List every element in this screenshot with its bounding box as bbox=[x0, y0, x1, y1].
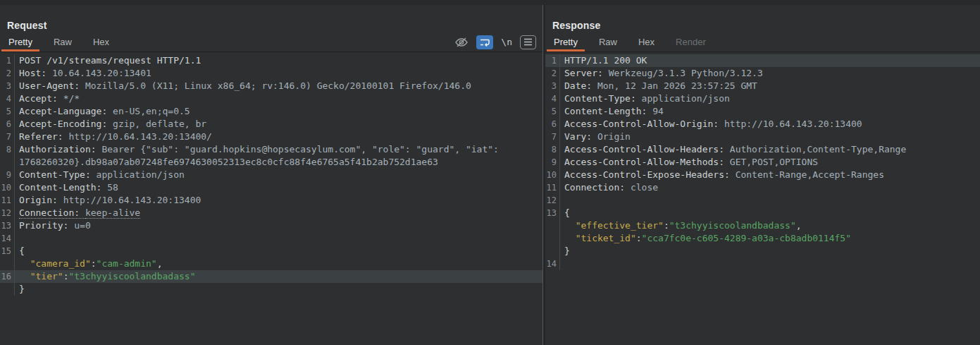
line-number: 5 bbox=[545, 105, 560, 118]
code-line[interactable]: 11Origin: http://10.64.143.20:13400 bbox=[0, 194, 542, 207]
code-line[interactable]: 3Date: Mon, 12 Jan 2026 23:57:25 GMT bbox=[545, 80, 980, 92]
code-line[interactable]: 12Connection: keep-alive bbox=[0, 207, 542, 219]
line-number bbox=[545, 232, 560, 245]
request-toolbar: \n bbox=[454, 32, 542, 52]
code-line[interactable]: 1768260320}.db98a07ab07248fe697463005231… bbox=[0, 156, 542, 169]
newline-icon[interactable]: \n bbox=[501, 37, 512, 47]
code-line[interactable]: 2Server: Werkzeug/3.1.3 Python/3.12.3 bbox=[545, 67, 980, 80]
line-number: 7 bbox=[545, 131, 560, 143]
line-text: HTTP/1.1 200 OK bbox=[560, 54, 980, 67]
line-text: Authorization: Bearer {"sub": "guard.hop… bbox=[15, 143, 542, 156]
line-number: 8 bbox=[0, 143, 15, 156]
code-line[interactable]: 3User-Agent: Mozilla/5.0 (X11; Linux x86… bbox=[0, 80, 542, 92]
line-number: 15 bbox=[0, 245, 15, 258]
line-text: Content-Length: 94 bbox=[560, 105, 980, 118]
word-wrap-icon[interactable] bbox=[476, 35, 493, 49]
line-text: Access-Control-Allow-Methods: GET,POST,O… bbox=[560, 156, 980, 169]
code-line[interactable]: 8Access-Control-Allow-Headers: Authoriza… bbox=[545, 143, 980, 156]
code-line[interactable]: 9Access-Control-Allow-Methods: GET,POST,… bbox=[545, 156, 980, 169]
line-text: Referer: http://10.64.143.20:13400/ bbox=[15, 131, 542, 143]
response-tabs: PrettyRawHexRender bbox=[545, 32, 980, 52]
code-line[interactable]: "ticket_id":"cca7fc0e-c605-4289-a03a-cb8… bbox=[545, 232, 980, 245]
line-number: 1 bbox=[545, 54, 560, 67]
response-editor[interactable]: 1HTTP/1.1 200 OK2Server: Werkzeug/3.1.3 … bbox=[545, 52, 980, 345]
code-line[interactable]: 16 "tier":"t3chyyiscoolandbadass" bbox=[0, 270, 542, 283]
code-line[interactable]: 4Accept: */* bbox=[0, 92, 542, 105]
code-line[interactable]: 14 bbox=[545, 258, 980, 270]
code-line[interactable]: 6Access-Control-Allow-Origin: http://10.… bbox=[545, 118, 980, 131]
line-number: 6 bbox=[0, 118, 15, 131]
code-line[interactable]: 2Host: 10.64.143.20:13401 bbox=[0, 67, 542, 80]
code-line[interactable]: 6Accept-Encoding: gzip, deflate, br bbox=[0, 118, 542, 131]
tab-hex[interactable]: Hex bbox=[631, 32, 662, 52]
code-line[interactable]: 5Accept-Language: en-US,en;q=0.5 bbox=[0, 105, 542, 118]
code-line[interactable]: 5Content-Length: 94 bbox=[545, 105, 980, 118]
line-text: Vary: Origin bbox=[560, 131, 980, 143]
code-line[interactable]: 8Authorization: Bearer {"sub": "guard.ho… bbox=[0, 143, 542, 156]
code-line[interactable]: 4Content-Type: application/json bbox=[545, 92, 980, 105]
line-text: Origin: http://10.64.143.20:13400 bbox=[15, 194, 542, 207]
line-number: 14 bbox=[545, 258, 560, 270]
code-line[interactable]: "camera_id":"cam-admin", bbox=[0, 258, 542, 270]
line-number: 4 bbox=[0, 92, 15, 105]
tab-pretty[interactable]: Pretty bbox=[1, 32, 39, 52]
line-number: 12 bbox=[545, 194, 560, 207]
line-text: } bbox=[560, 245, 980, 258]
request-tabs: PrettyRawHex bbox=[0, 32, 454, 52]
code-line[interactable]: 7Vary: Origin bbox=[545, 131, 980, 143]
code-line[interactable]: } bbox=[545, 245, 980, 258]
request-title-row: Request bbox=[0, 5, 542, 32]
line-number: 13 bbox=[0, 219, 15, 232]
tab-hex[interactable]: Hex bbox=[86, 32, 116, 52]
code-line[interactable]: 7Referer: http://10.64.143.20:13400/ bbox=[0, 131, 542, 143]
code-line[interactable]: 10Access-Control-Expose-Headers: Content… bbox=[545, 169, 980, 181]
line-text: } bbox=[15, 283, 542, 296]
line-text: Priority: u=0 bbox=[15, 219, 542, 232]
line-text: Access-Control-Allow-Origin: http://10.6… bbox=[560, 118, 980, 131]
code-line[interactable]: 13{ bbox=[545, 207, 980, 219]
tab-render: Render bbox=[669, 32, 713, 52]
line-text: "tier":"t3chyyiscoolandbadass" bbox=[15, 270, 542, 283]
request-panel-title: Request bbox=[7, 20, 47, 31]
line-text: "camera_id":"cam-admin", bbox=[15, 258, 542, 270]
code-line[interactable]: 11Connection: close bbox=[545, 181, 980, 194]
code-line[interactable]: 9Content-Type: application/json bbox=[0, 169, 542, 181]
tab-raw[interactable]: Raw bbox=[46, 32, 79, 52]
code-line[interactable]: "effective_tier":"t3chyyiscoolandbadass"… bbox=[545, 219, 980, 232]
line-number: 13 bbox=[545, 207, 560, 219]
response-panel-title: Response bbox=[552, 20, 601, 31]
line-number: 11 bbox=[0, 194, 15, 207]
line-number: 4 bbox=[545, 92, 560, 105]
line-text: Content-Type: application/json bbox=[560, 92, 980, 105]
code-line[interactable]: 12 bbox=[545, 194, 980, 207]
code-line[interactable]: } bbox=[0, 283, 542, 296]
line-number: 8 bbox=[545, 143, 560, 156]
line-text: Accept-Language: en-US,en;q=0.5 bbox=[15, 105, 542, 118]
response-panel: Response PrettyRawHexRender 1HTTP/1.1 20… bbox=[545, 0, 980, 345]
line-number: 9 bbox=[0, 169, 15, 181]
tab-pretty[interactable]: Pretty bbox=[547, 32, 585, 52]
code-line[interactable]: 15{ bbox=[0, 245, 542, 258]
line-number: 11 bbox=[545, 181, 560, 194]
menu-icon[interactable] bbox=[520, 35, 536, 49]
code-line[interactable]: 1HTTP/1.1 200 OK bbox=[545, 54, 980, 67]
line-number: 10 bbox=[0, 181, 15, 194]
line-number: 3 bbox=[0, 80, 15, 92]
tab-raw[interactable]: Raw bbox=[592, 32, 624, 52]
response-tabbar: PrettyRawHexRender bbox=[545, 32, 980, 52]
hide-eye-icon[interactable] bbox=[454, 37, 469, 48]
code-line[interactable]: 1POST /v1/streams/request HTTP/1.1 bbox=[0, 54, 542, 67]
line-number bbox=[0, 156, 15, 169]
line-text: "effective_tier":"t3chyyiscoolandbadass"… bbox=[560, 219, 980, 232]
code-line[interactable]: 10Content-Length: 58 bbox=[0, 181, 542, 194]
line-text: Content-Length: 58 bbox=[15, 181, 542, 194]
line-text: "ticket_id":"cca7fc0e-c605-4289-a03a-cb8… bbox=[560, 232, 980, 245]
line-text: Access-Control-Expose-Headers: Content-R… bbox=[560, 169, 980, 181]
code-line[interactable]: 13Priority: u=0 bbox=[0, 219, 542, 232]
code-line[interactable]: 14 bbox=[0, 232, 542, 245]
request-editor[interactable]: 1POST /v1/streams/request HTTP/1.12Host:… bbox=[0, 52, 542, 345]
line-text: Content-Type: application/json bbox=[15, 169, 542, 181]
line-text bbox=[560, 194, 980, 207]
line-number: 2 bbox=[0, 67, 15, 80]
response-title-row: Response bbox=[545, 5, 980, 32]
